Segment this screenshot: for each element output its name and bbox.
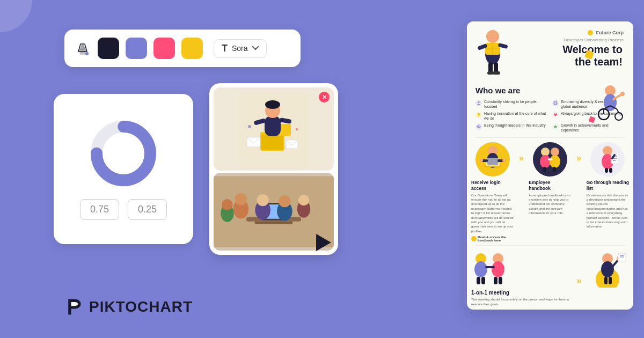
step-circle-3 [590,142,625,177]
step-link-dot [471,236,477,241]
svg-point-66 [502,159,506,162]
donut-values: 0.75 0.25 [80,199,167,220]
svg-point-57 [478,126,479,127]
chevron-down-icon [252,46,259,50]
svg-rect-88 [499,277,502,284]
lightbulb-icon [475,112,482,118]
meeting-illustration-right [586,250,629,288]
swatch-purple[interactable] [126,38,147,59]
svg-point-91 [601,261,614,277]
svg-point-68 [540,155,551,168]
step-card-1: Receive login access Our Operations Team… [471,142,514,243]
svg-rect-92 [604,277,608,284]
font-selector[interactable]: T Sora [214,39,267,58]
swatch-dark[interactable] [98,38,119,59]
who-we-are-section: Who we are [467,80,633,137]
meeting-title: 1-on-1 meeting [471,290,572,296]
svg-rect-3 [80,52,85,55]
svg-point-18 [296,128,298,130]
illustration-top: ✕ [214,87,334,171]
header-illustration [470,26,516,79]
step-circle-2 [533,142,567,177]
wheelchair-illustration [593,83,628,121]
swatch-yellow[interactable] [181,38,203,59]
paint-icon [74,40,91,57]
meeting-illustration-left [471,250,509,288]
svg-point-31 [298,195,309,205]
donut-chart-card: 0.75 0.25 [54,94,193,244]
meeting-desc: This meeting should focus solely on the … [471,297,572,306]
svg-rect-72 [553,167,556,172]
meeting-left: 1-on-1 meeting This meeting should focus… [471,250,572,306]
svg-point-50 [620,92,625,96]
who-item-1: Constantly striving to be people-focused [475,99,548,109]
svg-point-27 [257,194,268,206]
svg-marker-58 [554,125,557,128]
piktochart-logo: PIKTOCHART [64,297,193,317]
svg-point-33 [222,199,232,210]
svg-point-25 [235,193,247,205]
font-name: Sora [232,44,248,53]
steps-section: Receive login access Our Operations Team… [467,138,633,246]
meeting-right [586,250,629,306]
svg-point-65 [480,159,483,162]
svg-point-14 [265,100,280,109]
svg-rect-71 [543,167,546,172]
svg-point-51 [478,101,480,103]
svg-rect-84 [481,277,485,284]
step-title-3: Go through reading list [587,180,629,192]
step-link-1[interactable]: Read & access the handbook here [471,236,514,242]
photo-collage-card: ✕ [209,83,338,255]
step2-illustration [537,144,564,174]
swatch-pink[interactable] [153,38,175,59]
svg-rect-10 [265,116,281,136]
svg-point-49 [615,113,623,120]
svg-rect-8 [261,135,283,150]
svg-rect-80 [609,168,612,173]
step-desc-1: Our Operations Team will ensure that you… [471,193,514,234]
meeting-section: 1-on-1 meeting This meeting should focus… [467,246,633,310]
infographic-header: Future Corp Developer Onboarding Process… [467,21,633,80]
svg-point-35 [486,30,499,43]
step-arrow-1: » [517,150,525,167]
svg-rect-79 [605,168,608,173]
step-circle-1 [475,142,510,177]
svg-point-69 [551,148,559,156]
svg-rect-55 [478,116,479,117]
who-item-6: Growth in achievements and experience [552,123,625,133]
corp-name: Future Corp [596,30,624,35]
meeting-arrow: » [576,250,582,306]
svg-point-17 [248,125,251,128]
heart-icon [552,112,559,118]
right-panel: Future Corp Developer Onboarding Process… [381,0,644,338]
donut-value-2: 0.25 [128,199,167,220]
infographic-preview: Future Corp Developer Onboarding Process… [467,21,633,310]
svg-point-67 [541,148,550,156]
globe-icon [552,100,559,106]
step-card-2: Employee handbook An employee handbook i… [529,142,571,243]
svg-rect-95 [618,253,626,262]
svg-rect-83 [477,277,480,284]
who-item-5: Being thought leaders in this industry [475,123,548,133]
left-panel: T Sora 0.75 0.25 [0,0,376,338]
svg-rect-43 [493,71,500,75]
corp-dot [588,30,593,35]
svg-point-70 [550,155,560,168]
font-t-label: T [222,43,228,54]
step-desc-2: An employee handbook is an excellent way… [529,193,571,216]
close-badge[interactable]: ✕ [319,92,330,102]
step1-illustration [479,144,506,174]
star-icon [552,123,559,130]
svg-rect-62 [486,158,500,166]
step-desc-3: It's necessary that the you as a develop… [587,193,629,229]
piktochart-p-icon [64,297,84,317]
svg-point-86 [492,261,504,277]
person-boxes-illustration [239,92,309,167]
eye-icon [475,123,482,130]
piktochart-text: PIKTOCHART [89,298,193,315]
palette-card: T Sora [64,30,301,67]
step-title-1: Receive login access [471,180,514,192]
step3-illustration [594,144,621,174]
svg-rect-87 [494,277,497,284]
svg-point-54 [478,113,480,116]
